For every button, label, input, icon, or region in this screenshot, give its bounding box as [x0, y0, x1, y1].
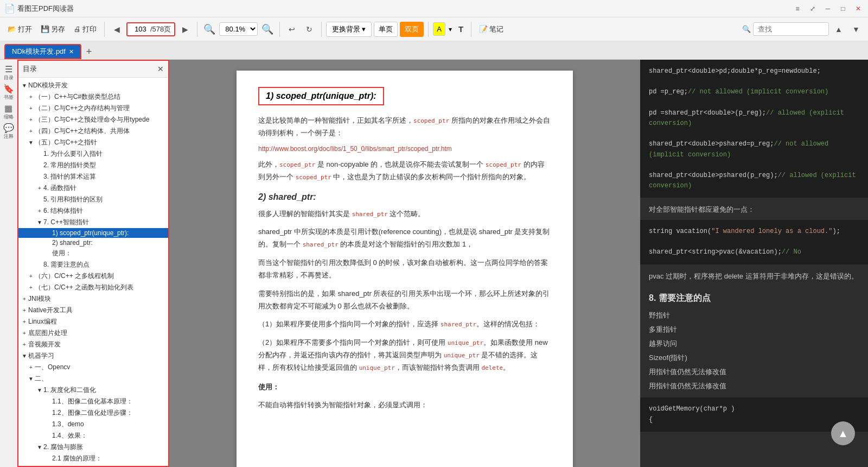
sidebar-thumbnail-btn[interactable]: ▦ 缩略 [1, 103, 16, 121]
search-input[interactable] [753, 22, 829, 36]
pdf-area[interactable]: 1) scoped_ptr(unique_ptr): 这是比较简单的一种智能指针… [169, 60, 640, 467]
zoom-out-button[interactable]: 🔍 [202, 22, 217, 37]
tree-item[interactable]: + 底层图片处理 [18, 327, 168, 339]
tree-item[interactable]: + （七）C/C++ 之函数与初始化列表 [18, 282, 168, 293]
search-icon: 🔍 [742, 25, 751, 33]
pdf-link1[interactable]: http://www.boost.org/doc/libs/1_50_0/lib… [258, 145, 551, 153]
print-button[interactable]: 🖨 打印 [71, 22, 100, 36]
page-input[interactable] [131, 25, 150, 33]
tree-item[interactable]: 1) scoped_ptr(unique_ptr): [18, 228, 168, 238]
right-text-1: 对全部智能指针都应避免的一点： [640, 200, 868, 220]
toolbar-right: 🔍 ▲ ▼ [742, 22, 864, 37]
tree-item[interactable]: + 6. 结构体指针 [18, 205, 168, 217]
close-btn[interactable]: ✕ [853, 3, 864, 14]
tree-item[interactable]: 1. 为什么要引入指针 [18, 148, 168, 160]
tree-item[interactable]: 1.4、效果： [18, 430, 168, 441]
tree-item[interactable]: ▼ 2. 腐蚀与膨胀 [18, 441, 168, 453]
app-title: 📄 看图王PDF阅读器 [4, 3, 74, 14]
search-next-button[interactable]: ▼ [848, 22, 864, 37]
annotation-icon: 💬 [3, 123, 14, 133]
bg-button[interactable]: 更换背景 ▾ [326, 22, 372, 37]
tree-item[interactable]: 1.1、图像二值化基本原理： [18, 396, 168, 407]
tree-item[interactable]: + （三）C与C++之预处理命令与用typede [18, 114, 168, 125]
open-icon: 📂 [8, 25, 16, 33]
tree-item[interactable]: + （二）C与C++之内存结构与管理 [18, 103, 168, 114]
pdf-para3: 很多人理解的智能指针其实是 shared_ptr 这个范畴。 [258, 207, 551, 220]
right-list-item-6: 用指针值仍然无法修改值 [640, 379, 868, 393]
tree-item[interactable]: 1.3、demo [18, 419, 168, 430]
tree-item[interactable]: 使用： [18, 248, 168, 259]
sep6 [471, 22, 471, 37]
tree-item[interactable]: 8. 需要注意的点 [18, 259, 168, 270]
pdf-use-label: 使用： [258, 381, 551, 393]
tree-item[interactable]: ▼ 1. 灰度化和二值化 [18, 384, 168, 396]
tree-item[interactable]: + 音视频开发 [18, 339, 168, 350]
open-button[interactable]: 📂 打开 [4, 22, 35, 36]
tree-item[interactable]: ▼ 二、 [18, 373, 168, 384]
sep2 [197, 22, 197, 37]
minimize-btn[interactable]: ─ [822, 3, 833, 14]
save-as-button[interactable]: 💾 另存 [37, 22, 68, 36]
highlight-button[interactable]: A [433, 22, 445, 36]
tree-item[interactable]: 2.1 腐蚀的原理： [18, 453, 168, 464]
tree-item[interactable]: 2) shared_ptr: [18, 238, 168, 248]
sep5 [428, 22, 429, 37]
search-prev-button[interactable]: ▲ [831, 22, 846, 37]
scroll-top-button[interactable]: ▲ [831, 421, 855, 445]
redo-button[interactable]: ↻ [302, 22, 317, 37]
next-page-button[interactable]: ▶ [177, 22, 193, 37]
tree-item[interactable]: 5. 引用和指针的区别 [18, 194, 168, 205]
tree-item[interactable]: + Linux编程 [18, 316, 168, 327]
sidebar-annotation-btn[interactable]: 💬 注释 [1, 123, 16, 140]
restore-btn[interactable]: ⤢ [807, 3, 818, 14]
toc-icon: ☰ [5, 64, 12, 74]
tab-bar: NDk模块开发.pdf ✕ + [0, 41, 868, 60]
text-tool-button[interactable]: T [455, 22, 467, 36]
menu-btn[interactable]: ≡ [792, 3, 803, 14]
sep1 [104, 22, 105, 37]
page-input-wrap: /578页 [126, 22, 175, 36]
sidebar-content[interactable]: ▼ NDK模块开发+ （一）C++与C#数据类型总结+ （二）C与C++之内存结… [18, 78, 168, 466]
tree-item[interactable]: + （四）C与C++之结构体、共用体 [18, 125, 168, 137]
sep4 [321, 22, 322, 37]
single-view-button[interactable]: 单页 [374, 22, 398, 37]
prev-page-button[interactable]: ◀ [109, 22, 124, 37]
tree-item[interactable]: + 一、Opencv [18, 362, 168, 373]
maximize-btn[interactable]: □ [838, 3, 848, 14]
right-list-item-4: Sizeof(指针) [640, 351, 868, 365]
tab-close-btn[interactable]: ✕ [69, 48, 74, 55]
tree-item[interactable]: ▼ 机器学习 [18, 350, 168, 362]
note-button[interactable]: 📝 笔记 [476, 22, 507, 36]
tab-ndk[interactable]: NDk模块开发.pdf ✕ [4, 44, 81, 59]
sidebar-close-btn[interactable]: ✕ [157, 65, 164, 73]
tree-item[interactable]: ▼ 7. C++智能指针 [18, 217, 168, 228]
tree-item[interactable]: 2. 常用的指针类型 [18, 160, 168, 171]
zoom-select[interactable]: 80.1% 100% 75% 50% 150% [219, 22, 258, 36]
pdf-para9: 不能自动将指针转换为智能指针对象，必须显式调用： [258, 399, 551, 411]
tree-item[interactable]: + （六）C/C++ 之多线程机制 [18, 270, 168, 282]
tree-item[interactable]: 3. 指针的算术运算 [18, 171, 168, 182]
window-controls: ≡ ⤢ ─ □ ✕ [792, 3, 864, 14]
sidebar-title: 目录 [23, 64, 37, 74]
double-view-button[interactable]: 双页 [400, 22, 424, 37]
bookmark-icon: 🔖 [3, 84, 14, 94]
right-list-item-1: 野指针 [640, 308, 868, 323]
right-list-item-5: 用指针值仍然无法修改值 [640, 365, 868, 379]
tree-item[interactable]: 1.2、图像二值化处理步骤： [18, 407, 168, 419]
pdf-page: 1) scoped_ptr(unique_ptr): 这是比较简单的一种智能指针… [237, 71, 573, 467]
tab-add-button[interactable]: + [81, 44, 97, 59]
tree-item[interactable]: + 4. 函数指针 [18, 182, 168, 194]
tree-item[interactable]: 2.2 膨胀的原理： [18, 464, 168, 466]
print-icon: 🖨 [74, 25, 81, 33]
tree-item[interactable]: + Native开发工具 [18, 305, 168, 316]
chevron-down-icon: ▾ [362, 25, 366, 33]
tree-item[interactable]: ▼ NDK模块开发 [18, 80, 168, 91]
sidebar-bookmark-btn[interactable]: 🔖 书签 [1, 84, 16, 101]
pdf-para8: （2）如果程序不需要多个指向同一个对象的指针，则可使用 unique_ptr。如… [258, 336, 551, 374]
undo-button[interactable]: ↩ [284, 22, 299, 37]
tree-item[interactable]: ▼ （五）C与C++之指针 [18, 137, 168, 148]
zoom-in-button[interactable]: 🔍 [260, 22, 275, 37]
tree-item[interactable]: + （一）C++与C#数据类型总结 [18, 91, 168, 103]
sidebar-toc-btn[interactable]: ☰ 目录 [1, 64, 16, 81]
tree-item[interactable]: + JNI模块 [18, 293, 168, 305]
